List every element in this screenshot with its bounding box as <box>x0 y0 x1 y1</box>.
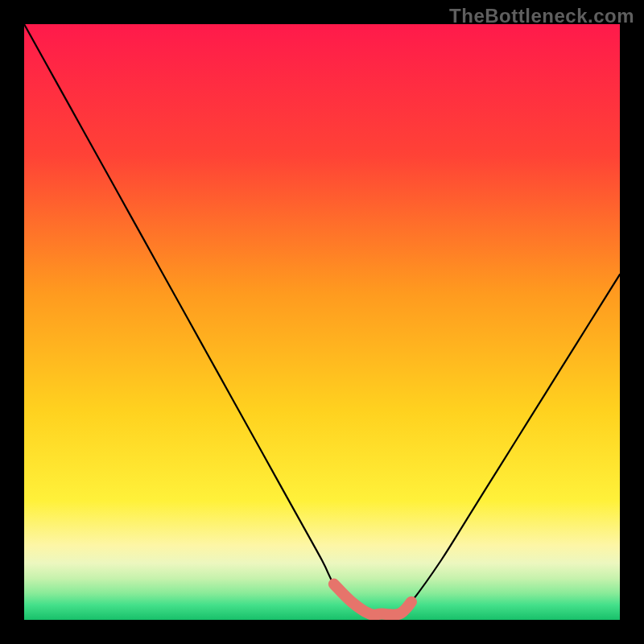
bottleneck-curve <box>24 24 620 615</box>
sweet-spot-highlight <box>334 584 411 615</box>
plot-area <box>24 24 620 620</box>
curve-layer <box>24 24 620 620</box>
chart-frame: TheBottleneck.com <box>0 0 644 644</box>
watermark-text: TheBottleneck.com <box>449 5 634 27</box>
